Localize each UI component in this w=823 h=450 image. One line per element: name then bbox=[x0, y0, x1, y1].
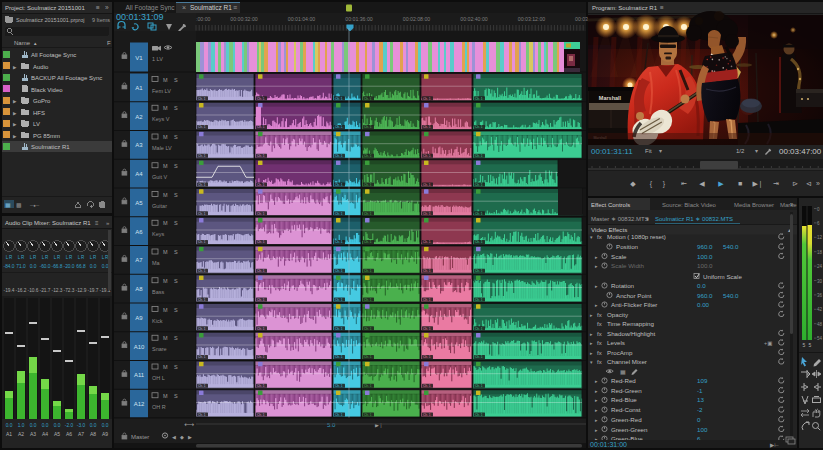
svg-text:Shadow/Highlight: Shadow/Highlight bbox=[607, 330, 655, 337]
svg-text:ProcAmp: ProcAmp bbox=[607, 349, 633, 356]
svg-text:▾: ▾ bbox=[755, 148, 758, 154]
svg-text:00:01:31:11: 00:01:31:11 bbox=[591, 147, 633, 156]
svg-text:fx: fx bbox=[597, 331, 602, 337]
svg-text:◀: ◀ bbox=[699, 180, 705, 187]
svg-text:Green-Red: Green-Red bbox=[611, 416, 642, 423]
svg-text:Master ∗ 00832.MTS: Master ∗ 00832.MTS bbox=[591, 216, 649, 222]
svg-text:5: 5 bbox=[803, 342, 806, 348]
svg-text:▦: ▦ bbox=[620, 369, 626, 375]
svg-text:»: » bbox=[790, 201, 794, 208]
svg-text:18: 18 bbox=[817, 250, 823, 255]
svg-text:Marke: Marke bbox=[780, 202, 797, 208]
svg-text:Rotation: Rotation bbox=[611, 282, 635, 289]
svg-text:▾: ▾ bbox=[659, 148, 662, 154]
svg-text:Time Remapping: Time Remapping bbox=[607, 320, 654, 327]
svg-text:Red-Const: Red-Const bbox=[611, 406, 641, 413]
svg-text:Program: Soulmaticz R1: Program: Soulmaticz R1 bbox=[592, 5, 658, 11]
svg-text:Red-Blue: Red-Blue bbox=[611, 396, 637, 403]
svg-text:◆: ◆ bbox=[630, 180, 636, 187]
svg-text:Uniform Scale: Uniform Scale bbox=[703, 273, 742, 280]
svg-text:Position: Position bbox=[616, 243, 639, 250]
svg-text:▶❘: ▶❘ bbox=[752, 180, 763, 188]
svg-text:1/2: 1/2 bbox=[736, 148, 745, 154]
svg-text:24: 24 bbox=[817, 264, 823, 269]
svg-text:≡: ≡ bbox=[660, 4, 664, 11]
svg-text:Video Effects: Video Effects bbox=[591, 226, 627, 233]
svg-text:100: 100 bbox=[697, 426, 708, 433]
svg-text:0.00: 0.00 bbox=[697, 301, 710, 308]
svg-text:Fit: Fit bbox=[645, 148, 652, 154]
svg-text:540.0: 540.0 bbox=[723, 292, 739, 299]
svg-text:⊲: ⊲ bbox=[806, 180, 812, 187]
svg-text:fx: fx bbox=[597, 312, 602, 318]
svg-text:Levels: Levels bbox=[607, 339, 625, 346]
svg-text:36: 36 bbox=[817, 293, 823, 298]
svg-text:-1: -1 bbox=[697, 387, 703, 394]
svg-text:48: 48 bbox=[817, 322, 823, 327]
svg-text:Source: Black Video: Source: Black Video bbox=[662, 202, 717, 208]
svg-text:fx: fx bbox=[597, 234, 602, 240]
svg-text:30: 30 bbox=[817, 279, 823, 284]
svg-text:fx: fx bbox=[597, 321, 602, 327]
svg-text:⊳: ⊳ bbox=[792, 180, 798, 187]
svg-text:⇥: ⇥ bbox=[773, 180, 779, 187]
svg-text:Scale: Scale bbox=[611, 253, 627, 260]
svg-text:■: ■ bbox=[738, 180, 742, 187]
svg-text:»: » bbox=[816, 180, 820, 187]
svg-text:Scale Width: Scale Width bbox=[611, 262, 645, 269]
svg-text:100.0: 100.0 bbox=[697, 262, 713, 269]
svg-text:Soulmaticz R1 ∗ 00832.MTS: Soulmaticz R1 ∗ 00832.MTS bbox=[655, 216, 733, 222]
svg-text:Green-Green: Green-Green bbox=[611, 426, 648, 433]
svg-text:Red-Green: Red-Green bbox=[611, 387, 642, 394]
svg-text:⇤: ⇤ bbox=[681, 180, 687, 187]
svg-text:540.0: 540.0 bbox=[723, 243, 739, 250]
svg-text:-2: -2 bbox=[697, 406, 703, 413]
svg-text:▾: ▾ bbox=[646, 216, 649, 222]
svg-text:fx: fx bbox=[597, 340, 602, 346]
svg-text:Opacity: Opacity bbox=[607, 311, 629, 318]
svg-text:100.0: 100.0 bbox=[697, 253, 713, 260]
svg-text:Effect Controls: Effect Controls bbox=[591, 202, 630, 208]
svg-text:00:01:31:00: 00:01:31:00 bbox=[590, 441, 627, 448]
svg-text:0: 0 bbox=[697, 416, 701, 423]
svg-text:0.0: 0.0 bbox=[697, 282, 706, 289]
svg-text:13: 13 bbox=[697, 396, 704, 403]
svg-text:Anchor Point: Anchor Point bbox=[616, 292, 652, 299]
svg-text:▶: ▶ bbox=[718, 180, 724, 187]
svg-text:Anti-Flicker Filter: Anti-Flicker Filter bbox=[611, 301, 657, 308]
svg-text:109: 109 bbox=[697, 377, 708, 384]
svg-text:▶⊢: ▶⊢ bbox=[770, 442, 779, 448]
svg-text:960.0: 960.0 bbox=[697, 292, 713, 299]
svg-text:Marshall: Marshall bbox=[599, 95, 622, 101]
svg-text:Motion ( 1080p reset): Motion ( 1080p reset) bbox=[607, 233, 666, 240]
svg-text:42: 42 bbox=[817, 307, 823, 312]
svg-text:00:03:47:00: 00:03:47:00 bbox=[779, 147, 822, 156]
svg-text:960.0: 960.0 bbox=[697, 243, 713, 250]
svg-text:12: 12 bbox=[817, 235, 823, 240]
svg-text:54: 54 bbox=[817, 336, 823, 341]
svg-text:5: 5 bbox=[809, 342, 812, 348]
svg-text:Red-Red: Red-Red bbox=[611, 377, 636, 384]
svg-text:+▣: +▣ bbox=[764, 340, 772, 346]
svg-text:Channel Mixer: Channel Mixer bbox=[607, 358, 647, 365]
svg-text:fx: fx bbox=[597, 359, 602, 365]
svg-text:fx: fx bbox=[597, 350, 602, 356]
svg-text:Media Browser: Media Browser bbox=[734, 202, 774, 208]
